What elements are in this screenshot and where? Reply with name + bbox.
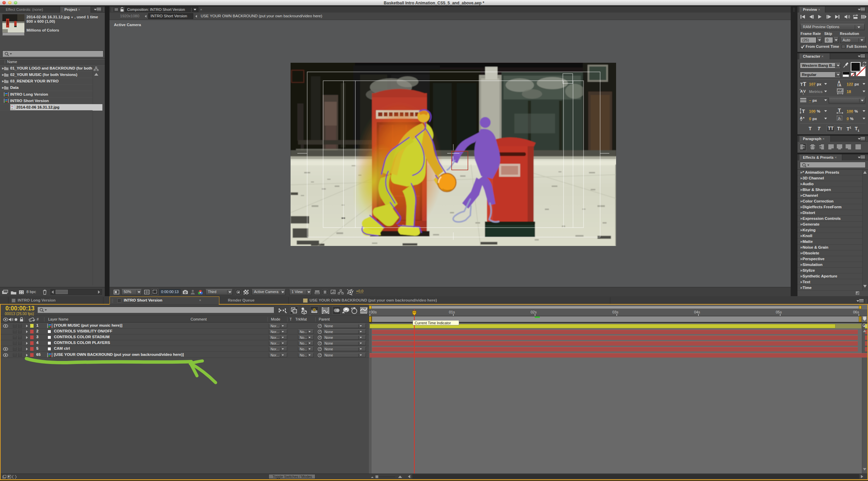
- svg-text:T: T: [802, 108, 805, 114]
- svg-text:I: I: [837, 83, 839, 87]
- svg-text:T: T: [803, 81, 806, 87]
- svg-text:a: a: [803, 116, 805, 119]
- svg-text:V: V: [803, 89, 806, 93]
- svg-text:T: T: [800, 82, 803, 87]
- svg-text:A: A: [800, 89, 803, 93]
- svg-text:A: A: [839, 83, 841, 87]
- svg-text:A: A: [800, 116, 803, 120]
- svg-text:T: T: [838, 108, 841, 113]
